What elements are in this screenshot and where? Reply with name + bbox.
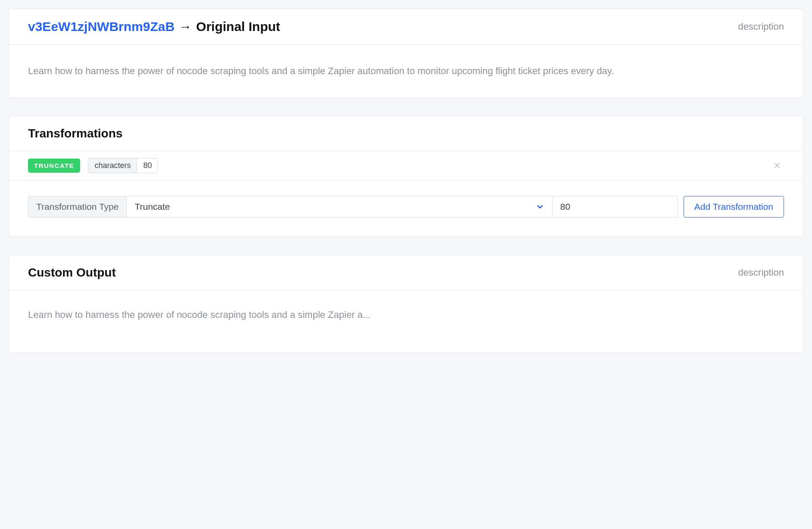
item-id-link[interactable]: v3EeW1zjNWBrnm9ZaB <box>28 19 175 34</box>
transformation-params: characters 80 <box>88 158 158 173</box>
custom-output-body: Learn how to harness the power of nocode… <box>9 290 803 352</box>
remove-transformation-button[interactable] <box>770 159 784 172</box>
transformations-header: Transformations <box>9 116 803 151</box>
arrow-right-icon: → <box>179 19 192 34</box>
applied-transformation-row: TRUNCATE characters 80 <box>9 151 803 180</box>
original-input-body: Learn how to harness the power of nocode… <box>9 45 803 97</box>
custom-output-title: Custom Output <box>28 266 116 280</box>
transformation-type-label: Transformation Type <box>28 196 126 218</box>
custom-output-header: Custom Output description <box>9 255 803 290</box>
close-icon <box>774 162 781 169</box>
original-input-title-group: v3EeW1zjNWBrnm9ZaB → Original Input <box>28 19 280 34</box>
transformations-card: Transformations TRUNCATE characters 80 T… <box>9 116 803 237</box>
field-name-label: description <box>738 21 784 32</box>
add-transformation-button[interactable]: Add Transformation <box>684 196 784 218</box>
transformation-type-selected: Truncate <box>134 202 170 212</box>
output-field-name-label: description <box>738 267 784 278</box>
original-input-card: v3EeW1zjNWBrnm9ZaB → Original Input desc… <box>9 9 803 98</box>
param-unit-label: characters <box>88 159 137 173</box>
add-transformation-form: Transformation Type Truncate Add Transfo… <box>9 180 803 236</box>
custom-output-card: Custom Output description Learn how to h… <box>9 255 803 353</box>
original-input-header: v3EeW1zjNWBrnm9ZaB → Original Input desc… <box>9 9 803 45</box>
transformation-value-input[interactable] <box>553 196 678 218</box>
transformation-type-badge: TRUNCATE <box>28 159 80 173</box>
transformations-title: Transformations <box>28 127 122 140</box>
original-input-title: Original Input <box>196 19 280 34</box>
chevron-down-icon <box>536 202 544 211</box>
transformation-type-select[interactable]: Truncate <box>126 196 552 218</box>
param-unit-value: 80 <box>137 159 158 173</box>
